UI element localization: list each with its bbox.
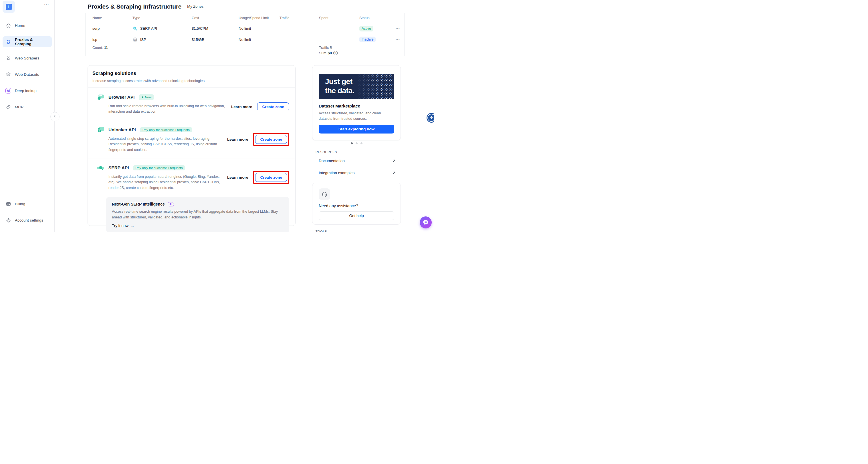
gear-icon	[5, 217, 11, 223]
solution-row-browser-api: Browser API ✦ New Run and scale remote b…	[88, 88, 295, 120]
sidebar-item-label: Proxies & Scraping	[15, 37, 49, 46]
red-annotation-box: Create zone	[253, 171, 289, 184]
sidebar-item-deep-lookup[interactable]: AI Deep lookup	[3, 85, 52, 96]
banner-dots-pattern	[357, 74, 394, 99]
tab-my-zones[interactable]: My Zones	[187, 4, 204, 8]
brand-logo-letter: i	[8, 5, 9, 9]
row-actions-ellipsis-icon[interactable]: •••	[396, 27, 406, 30]
chat-widget-button[interactable]	[420, 217, 432, 228]
solutions-subtitle: Increase scraping success rates with adv…	[92, 79, 288, 83]
zone-name: isp	[92, 37, 132, 42]
sidebar-item-label: Deep lookup	[15, 89, 37, 93]
get-help-button[interactable]: Get help	[319, 211, 394, 220]
layers-icon	[5, 71, 11, 77]
learn-more-link[interactable]: Learn more	[227, 137, 248, 141]
table-footer-row: Count:11 Traffic B Sum $0 ?	[86, 45, 404, 56]
credit-card-icon	[5, 201, 11, 207]
solution-description: Automated single-step scraping for the h…	[108, 136, 227, 153]
learn-more-link[interactable]: Learn more	[227, 175, 248, 179]
carousel-dot[interactable]	[355, 142, 358, 144]
sidebar-item-web-scrapers[interactable]: Web Scrapers	[3, 53, 52, 63]
sidebar-item-billing[interactable]: Billing	[3, 198, 52, 209]
start-exploring-button[interactable]: Start exploring now	[319, 125, 394, 134]
serp-magnifier-icon	[132, 26, 137, 31]
help-question-icon[interactable]: ?	[333, 51, 338, 55]
try-it-now-link[interactable]: Try it now →	[112, 224, 134, 228]
promo-carousel-dots	[312, 142, 401, 144]
brand-logo[interactable]: i	[3, 1, 15, 13]
brand-logo-icon: i	[6, 4, 12, 10]
solutions-header: Scraping solutions Increase scraping suc…	[88, 65, 295, 88]
home-icon	[5, 23, 11, 28]
create-zone-button[interactable]: Create zone	[255, 173, 287, 182]
pay-per-success-badge: Pay only for successful requests	[140, 127, 192, 132]
learn-more-link[interactable]: Learn more	[231, 105, 252, 109]
isp-house-icon: $	[132, 37, 137, 42]
paperclip-icon	[5, 104, 11, 110]
serp-intelligence-title: Next-Gen SERP Intelligence	[112, 202, 165, 206]
sidebar-item-label: Home	[15, 24, 25, 28]
serp-intelligence-description: Access real-time search engine results p…	[112, 209, 283, 220]
external-link-icon	[392, 171, 396, 175]
create-zone-button[interactable]: Create zone	[257, 102, 289, 111]
zone-limit: No limit	[239, 37, 280, 42]
sidebar-item-home[interactable]: Home	[3, 20, 52, 31]
column-header-spent: Spent	[319, 16, 359, 20]
sidebar-item-web-datasets[interactable]: Web Datasets	[3, 69, 52, 80]
carousel-dot[interactable]	[351, 142, 353, 144]
table-row[interactable]: isp $ ISP $15/GB No limit Inactive •••	[86, 34, 404, 45]
resources-title: RESOURCES	[315, 151, 401, 154]
resource-link-documentation[interactable]: Documentation	[315, 156, 401, 166]
accessibility-widget-button[interactable]	[427, 113, 434, 123]
unlocker-api-icon	[97, 126, 104, 134]
solutions-title: Scraping solutions	[92, 71, 288, 76]
status-badge: Active	[359, 26, 373, 31]
location-pin-icon	[5, 39, 11, 44]
traffic-total: Traffic B	[319, 46, 359, 50]
red-annotation-box: Create zone	[253, 133, 289, 146]
spider-icon	[5, 55, 11, 61]
table-row[interactable]: serp SERP API $1.5/CPM No limit Active •…	[86, 23, 404, 34]
browser-api-icon	[97, 94, 104, 101]
sidebar-item-proxies-scraping[interactable]: Proxies & Scraping	[3, 36, 52, 47]
dataset-marketplace-card: Just get the data. Dataset Marketplace A…	[312, 65, 401, 140]
serp-intelligence-card: Next-Gen SERP Intelligence AI Access rea…	[106, 197, 289, 232]
column-header-traffic: Traffic	[280, 16, 319, 20]
solution-name: SERP API	[108, 165, 129, 170]
create-zone-button[interactable]: Create zone	[255, 135, 287, 144]
row-actions-ellipsis-icon[interactable]: •••	[396, 38, 406, 41]
promo-description: Access structured, validated, and clean …	[319, 111, 394, 122]
serp-api-icon	[97, 164, 104, 171]
carousel-dot[interactable]	[361, 142, 363, 144]
assistance-card: Need any assistance? Get help	[312, 183, 401, 225]
zone-type: SERP API	[140, 26, 157, 31]
sidebar-menu-ellipsis-icon[interactable]: •••	[44, 2, 49, 6]
column-header-cost: Cost	[192, 16, 239, 20]
sidebar-item-mcp[interactable]: MCP	[3, 101, 52, 112]
page-header: Proxies & Scraping Infrastructure My Zon…	[55, 0, 434, 13]
zone-cost: $1.5/CPM	[192, 26, 239, 31]
solution-name: Unlocker API	[108, 127, 136, 132]
scraping-solutions-card: Scraping solutions Increase scraping suc…	[88, 65, 296, 226]
column-header-limit: Usage/Spend Limit	[239, 16, 280, 20]
resource-link-integration-examples[interactable]: Integration examples	[315, 168, 401, 178]
chat-bubble-icon	[422, 219, 429, 226]
sidebar-item-label: Web Scrapers	[15, 56, 39, 60]
tools-section-title: TOOLS	[315, 230, 327, 232]
accessibility-person-icon	[429, 115, 434, 120]
status-badge: Inactive	[359, 37, 376, 42]
sidebar-collapse-button[interactable]	[50, 112, 60, 121]
assistance-question: Need any assistance?	[319, 204, 394, 208]
svg-text:$: $	[135, 39, 135, 41]
pay-per-success-badge: Pay only for successful requests	[133, 165, 185, 170]
solution-row-serp-api: SERP API Pay only for successful request…	[88, 158, 295, 229]
sidebar-item-label: Billing	[15, 202, 25, 206]
sidebar-item-label: Account settings	[15, 218, 43, 223]
app-root: i ••• Home Proxies & Scraping Web Scrap	[0, 0, 434, 232]
spent-sum: Sum $0 ?	[319, 51, 396, 55]
sidebar-item-account-settings[interactable]: Account settings	[3, 215, 52, 226]
zones-table: Name Type Cost Usage/Spend Limit Traffic…	[85, 13, 405, 56]
external-link-icon	[392, 159, 396, 163]
sidebar-nav: Home Proxies & Scraping Web Scrapers Web…	[3, 20, 52, 118]
sidebar: i ••• Home Proxies & Scraping Web Scrap	[0, 0, 55, 232]
